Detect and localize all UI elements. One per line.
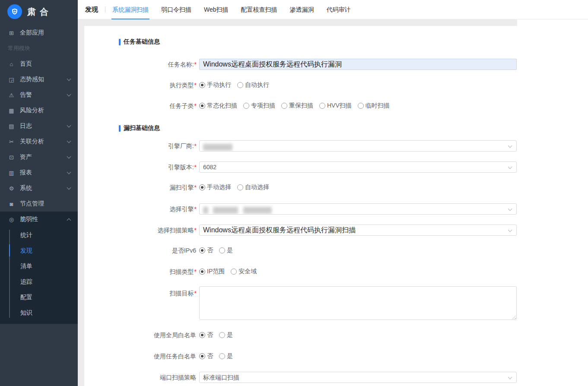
sidebar-item-node-management[interactable]: ◙ 节点管理	[0, 196, 78, 212]
radio-option[interactable]: 专项扫描	[243, 102, 275, 110]
logo: 肃合	[0, 0, 78, 23]
sidebar-item-label: 资产	[20, 153, 32, 161]
tab-web-scan[interactable]: Web扫描	[204, 0, 229, 19]
sidebar-subitem-statistics[interactable]: 统计	[0, 227, 78, 243]
task-name-input[interactable]	[199, 59, 517, 70]
alert-icon: ⚠	[8, 92, 15, 98]
field-label: 使用全局白名单	[84, 331, 197, 339]
chevron-down-icon	[508, 375, 512, 380]
sidebar-item-label: 态势感知	[20, 76, 44, 83]
radio-option[interactable]: 自动选择	[237, 184, 269, 191]
radio-checked-icon	[199, 103, 205, 109]
field-label: 使用任务白名单	[84, 352, 197, 361]
vulnerability-submenu: 统计 发现 清单 追踪 配置 知识	[0, 227, 78, 320]
page-title: 发现	[85, 6, 98, 14]
sidebar-item-correlation-analysis[interactable]: ✂ 关联分析	[0, 134, 78, 149]
chevron-down-icon	[67, 139, 71, 143]
sidebar-item-alerts[interactable]: ⚠ 告警	[0, 87, 78, 103]
radio-option[interactable]: 是	[219, 352, 233, 360]
radio-option[interactable]: 自动执行	[237, 81, 269, 89]
grid-icon: ⊞	[8, 30, 15, 36]
radio-option[interactable]: IP范围	[199, 268, 225, 275]
chevron-down-icon	[508, 165, 512, 169]
radio-option[interactable]: 是	[219, 247, 233, 254]
sidebar-subitem-inventory[interactable]: 清单	[0, 258, 78, 274]
sidebar-item-logs[interactable]: ▤ 日志	[0, 118, 78, 134]
radio-option[interactable]: 安全域	[231, 268, 257, 275]
field-label: 选择扫描策略*	[84, 225, 197, 236]
chevron-down-icon	[67, 155, 71, 159]
radio-checked-icon	[199, 184, 205, 190]
chevron-down-icon	[67, 186, 71, 190]
sidebar-item-situation-awareness[interactable]: ◲ 态势感知	[0, 72, 78, 87]
radio-unchecked-icon	[219, 332, 225, 338]
radio-option[interactable]: 常态化扫描	[199, 102, 237, 110]
sidebar-item-label: 脆弱性	[20, 215, 38, 223]
select-value: 6082	[203, 164, 216, 171]
engine-vendor-select[interactable]	[199, 140, 517, 152]
field-label: 引擎厂商:*	[84, 140, 197, 152]
sidebar-subitem-configuration[interactable]: 配置	[0, 289, 78, 305]
sidebar-subitem-tracking[interactable]: 追踪	[0, 274, 78, 289]
chevron-down-icon	[508, 207, 512, 211]
section-title: 任务基础信息	[124, 38, 160, 46]
tab-config-check-scan[interactable]: 配置核查扫描	[241, 0, 277, 19]
redacted-value	[213, 207, 238, 214]
radio-unchecked-icon	[319, 103, 325, 109]
sidebar-item-label: 节点管理	[20, 200, 44, 208]
tab-weak-password-scan[interactable]: 弱口令扫描	[161, 0, 191, 19]
radio-option[interactable]: 否	[199, 247, 213, 254]
radio-option[interactable]: 临时扫描	[358, 102, 390, 110]
tab-system-vuln-scan[interactable]: 系统漏洞扫描	[112, 0, 149, 19]
content-background: 任务基础信息 任务名称:* 执行类型* 手动执行 自动执行	[78, 19, 517, 386]
engine-version-select[interactable]: 6082	[199, 161, 517, 173]
field-label: 扫描目标*	[84, 289, 197, 297]
chevron-down-icon	[67, 170, 71, 174]
radio-option[interactable]: HVV扫描	[319, 102, 352, 110]
submenu-rail-active-segment	[9, 244, 10, 256]
port-scan-policy-select[interactable]: 标准端口扫描	[199, 372, 517, 383]
logo-text: 肃合	[27, 6, 52, 18]
sidebar-subitem-knowledge[interactable]: 知识	[0, 305, 78, 320]
sidebar-item-reports[interactable]: ▥ 报表	[0, 165, 78, 180]
ipv6-radio-group: 否 是	[199, 246, 517, 255]
radio-option[interactable]: 手动选择	[199, 184, 231, 191]
global-whitelist-radio-group: 否 是	[199, 331, 517, 339]
radio-option[interactable]: 是	[219, 331, 233, 339]
radio-option[interactable]: 否	[199, 331, 213, 339]
sidebar-item-all-apps[interactable]: ⊞ 全部应用	[0, 25, 78, 41]
scan-target-textarea[interactable]	[199, 286, 517, 320]
sidebar-subitem-discovery[interactable]: 发现	[0, 243, 78, 258]
radio-option[interactable]: 重保扫描	[281, 102, 313, 110]
exec-type-radio-group: 手动执行 自动执行	[199, 81, 517, 89]
field-label: 扫描类型*	[84, 267, 197, 276]
risk-icon: ▦	[8, 108, 15, 114]
sidebar-item-risk-analysis[interactable]: ▦ 风险分析	[0, 103, 78, 118]
radio-checked-icon	[199, 332, 205, 338]
section-header-scan-basic-info: 漏扫基础信息	[119, 125, 160, 132]
select-value: Windows远程桌面授权服务远程代码执行漏洞扫描	[203, 226, 356, 234]
tab-code-audit[interactable]: 代码审计	[327, 0, 351, 19]
report-icon: ▥	[8, 170, 15, 176]
tab-penetration-vuln[interactable]: 渗透漏洞	[290, 0, 314, 19]
app-root: 肃合 ⊞ 全部应用 常用模块 ⌂ 首页 ◲ 态势感知 ⚠ 告警	[0, 0, 588, 386]
field-label: 漏扫引擎*	[84, 183, 197, 192]
correlation-icon: ✂	[8, 139, 15, 145]
radio-option[interactable]: 手动执行	[199, 81, 231, 89]
sidebar-item-label: 关联分析	[20, 138, 44, 146]
chevron-down-icon	[67, 92, 71, 97]
submenu-rail	[9, 230, 10, 318]
radio-unchecked-icon	[231, 269, 237, 275]
scan-policy-select[interactable]: Windows远程桌面授权服务远程代码执行漏洞扫描	[199, 225, 517, 236]
sidebar-item-home[interactable]: ⌂ 首页	[0, 56, 78, 72]
radio-option[interactable]: 否	[199, 352, 213, 360]
sidebar-nav: ⊞ 全部应用 常用模块 ⌂ 首页 ◲ 态势感知 ⚠ 告警 ▦ 风	[0, 23, 78, 324]
sidebar-item-vulnerability[interactable]: ◎ 脆弱性	[0, 212, 78, 227]
redacted-value	[203, 207, 208, 214]
sidebar-item-assets[interactable]: ⊡ 资产	[0, 149, 78, 165]
field-label: 端口扫描策略	[84, 372, 197, 383]
section-header-task-basic-info: 任务基础信息	[119, 38, 160, 45]
sidebar-item-system[interactable]: ⚙ 系统	[0, 180, 78, 196]
radio-checked-icon	[199, 82, 205, 88]
select-engine-select[interactable]	[199, 203, 517, 215]
